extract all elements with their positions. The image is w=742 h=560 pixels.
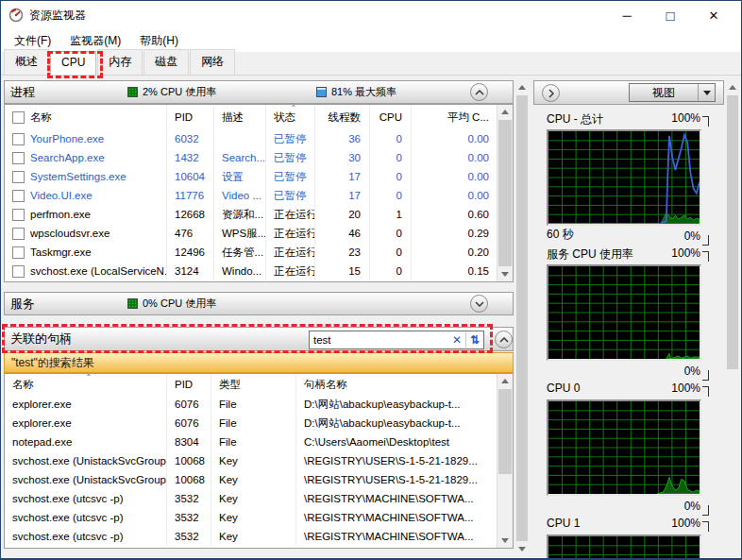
processes-section-header[interactable]: 进程 2% CPU 使用率 81% 最大频率	[4, 80, 514, 104]
tab-0[interactable]: 概述	[4, 49, 49, 75]
handles-section-header[interactable]: 关联的句柄 test ✕ ⇅	[4, 327, 514, 351]
scroll-up-icon[interactable]	[729, 85, 736, 90]
scroll-up-icon[interactable]	[501, 379, 509, 383]
process-row[interactable]: wpscloudsvr.exe476WPS服...正在运行4600.29	[5, 224, 513, 243]
sort-ascending-icon: ⌃	[291, 105, 297, 111]
handle-row[interactable]: svchost.exe (utcsvc -p)3532Key\REGISTRY\…	[5, 508, 513, 527]
graph-0	[547, 129, 701, 226]
row-checkbox[interactable]	[12, 171, 25, 183]
services-section-header[interactable]: 服务 0% CPU 使用率	[4, 292, 514, 315]
handle-pid: 8304	[167, 433, 211, 451]
process-row[interactable]: YourPhone.exe6032已暂停3600.00	[5, 129, 513, 148]
maximize-button[interactable]: □	[649, 1, 692, 29]
row-checkbox[interactable]	[12, 209, 25, 221]
handle-row[interactable]: svchost.exe (utcsvc -p)3532Key\REGISTRY\…	[5, 489, 513, 508]
close-button[interactable]: ✕	[692, 1, 735, 29]
column-header-label: PID	[175, 111, 193, 123]
search-input[interactable]: test	[310, 334, 448, 346]
handle-row[interactable]: svchost.exe (UnistackSvcGroup)10068Key\R…	[5, 470, 513, 489]
process-threads: 17	[315, 167, 370, 186]
handles-table-scrollbar[interactable]	[497, 374, 513, 548]
tab-4[interactable]: 网络	[190, 49, 235, 75]
column-header[interactable]: 描述	[214, 105, 266, 129]
handles-search-box[interactable]: test ✕ ⇅	[309, 331, 484, 349]
scroll-up-icon[interactable]	[501, 110, 509, 114]
scroll-down-icon[interactable]	[518, 547, 526, 552]
process-row[interactable]: SearchApp.exe1432Search...已暂停3000.00	[5, 148, 513, 167]
handle-row[interactable]: svchost.exe (UnistackSvcGroup)10068Key\R…	[5, 451, 513, 470]
column-header[interactable]: 线程数	[315, 105, 370, 129]
row-checkbox[interactable]	[12, 152, 25, 164]
graph-bottom-row: 0%	[547, 498, 711, 513]
process-row[interactable]: Taskmgr.exe12496任务管...正在运行2300.20	[5, 243, 513, 262]
process-name: perfmon.exe	[30, 209, 91, 220]
process-row[interactable]: SystemSettings.exe10604设置已暂停1700.00	[5, 167, 513, 186]
graphs-scrollbar[interactable]	[726, 80, 739, 556]
chevron-right-icon	[548, 89, 554, 98]
graph-min-group: 0%	[684, 365, 711, 378]
process-row[interactable]: perfmon.exe12668资源和...正在运行2010.60	[5, 205, 513, 224]
scrollbar-thumb[interactable]	[516, 95, 528, 541]
scrollbar-thumb[interactable]	[498, 389, 512, 474]
view-dropdown[interactable]	[698, 84, 715, 101]
graph-3	[547, 535, 701, 560]
process-pid: 11776	[167, 186, 214, 205]
scrollbar-thumb[interactable]	[498, 120, 512, 266]
process-row[interactable]: svchost.exe (LocalServiceN...3124Windo..…	[5, 262, 513, 280]
column-header[interactable]: 句柄名称	[296, 374, 498, 395]
column-header[interactable]: PID	[167, 374, 211, 395]
process-avg-cpu: 0.20	[412, 243, 498, 262]
clear-search-icon[interactable]: ✕	[448, 333, 465, 347]
process-status: 已暂停	[266, 167, 315, 186]
handle-row[interactable]: svchost.exe (utcsvc -p)3532Key\REGISTRY\…	[5, 527, 513, 546]
processes-table-scrollbar[interactable]	[497, 105, 513, 281]
column-header[interactable]: 平均 C...	[412, 105, 498, 129]
handle-row[interactable]: notepad.exe8304FileC:\Users\Aaomei\Deskt…	[5, 433, 513, 451]
column-header[interactable]: 名称	[5, 105, 167, 129]
processes-collapse-button[interactable]	[470, 83, 488, 101]
graph-bottom-row: 0%	[547, 363, 711, 378]
process-row[interactable]: Video.UI.exe11776Video ...已暂停1700.00	[5, 186, 513, 205]
handle-row[interactable]: explorer.exe6076FileD:\网站\abackup\easyba…	[5, 395, 513, 414]
tab-2[interactable]: 内存	[97, 49, 143, 75]
main-scrollbar[interactable]	[515, 80, 529, 556]
process-threads: 20	[315, 205, 370, 224]
scroll-down-icon[interactable]	[501, 272, 509, 277]
graph-max-group: 100%	[671, 111, 711, 127]
scroll-down-icon[interactable]	[501, 538, 509, 543]
row-checkbox[interactable]	[12, 246, 25, 259]
process-description: WPS服...	[214, 224, 266, 243]
row-checkbox[interactable]	[12, 265, 25, 278]
search-go-icon[interactable]: ⇅	[466, 333, 483, 347]
column-header[interactable]: PID	[167, 105, 214, 129]
tab-1[interactable]: CPU	[50, 51, 96, 75]
process-name-cell: svchost.exe (LocalServiceN...	[5, 262, 167, 280]
handle-pid: 3532	[167, 489, 211, 508]
chevron-up-icon	[475, 90, 484, 95]
minimize-button[interactable]: ─	[605, 1, 649, 29]
column-header[interactable]: 类型	[211, 374, 296, 395]
handle-row[interactable]: explorer.exe6076FileD:\网站\abackup\easyba…	[5, 414, 513, 433]
handle-process-name: explorer.exe	[5, 414, 167, 433]
process-cpu: 0	[370, 262, 412, 280]
scroll-up-icon[interactable]	[518, 85, 526, 90]
tab-3[interactable]: 磁盘	[143, 49, 189, 75]
column-header[interactable]: 名称⌃	[5, 374, 167, 395]
view-button[interactable]: 视图	[629, 83, 716, 102]
process-status: 正在运行	[266, 205, 315, 224]
handle-type: Key	[211, 527, 296, 546]
select-all-checkbox[interactable]	[12, 111, 25, 124]
process-name-cell: SystemSettings.exe	[5, 167, 167, 186]
handles-collapse-button[interactable]	[495, 331, 513, 348]
column-header[interactable]: 状态⌃	[266, 105, 315, 129]
panel-collapse-button[interactable]	[542, 84, 560, 102]
services-expand-button[interactable]	[470, 295, 488, 313]
process-pid: 12496	[167, 243, 214, 262]
row-checkbox[interactable]	[12, 228, 25, 240]
row-checkbox[interactable]	[12, 133, 25, 145]
row-checkbox[interactable]	[12, 190, 25, 202]
app-icon	[8, 8, 24, 23]
scrollbar-thumb[interactable]	[727, 95, 738, 369]
column-header[interactable]: CPU	[370, 105, 412, 129]
process-name-cell: SearchApp.exe	[5, 148, 167, 167]
